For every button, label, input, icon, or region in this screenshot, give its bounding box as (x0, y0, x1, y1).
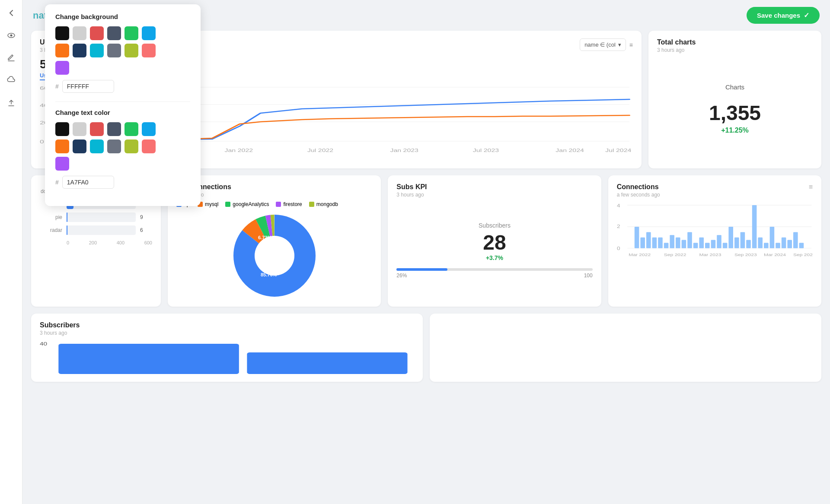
legend-label-firestore: firestore (283, 201, 302, 207)
signups-filter: name ∈ (col ▾ ≡ (580, 38, 633, 51)
svg-rect-34 (640, 238, 645, 248)
svg-rect-42 (687, 232, 692, 248)
svg-rect-58 (781, 238, 786, 248)
text-swatch-navy[interactable] (73, 139, 86, 153)
subscribers-chart: 40 (40, 339, 414, 374)
filter-dropdown[interactable]: name ∈ (col ▾ (580, 38, 626, 51)
bar-track-pie (67, 212, 136, 222)
svg-rect-38 (664, 243, 668, 248)
text-swatch-purple[interactable] (55, 157, 69, 171)
swatch-orange[interactable] (55, 44, 69, 57)
legend-label-mysql: mysql (205, 201, 218, 207)
svg-rect-51 (740, 232, 745, 248)
svg-rect-52 (746, 240, 751, 248)
svg-rect-43 (693, 243, 698, 248)
filter-lines-icon[interactable]: ≡ (629, 41, 633, 48)
text-swatch-slate[interactable] (107, 122, 121, 136)
swatch-gray-light[interactable] (73, 26, 86, 40)
bg-hex-input[interactable]: FFFFFF (62, 80, 114, 93)
sidebar-back-icon[interactable] (3, 5, 19, 21)
text-swatch-yellow-green[interactable] (124, 139, 138, 153)
svg-point-1 (10, 35, 12, 37)
svg-rect-55 (764, 243, 769, 248)
swatch-salmon[interactable] (142, 44, 156, 57)
save-changes-button[interactable]: Save changes ✓ (747, 7, 820, 24)
connections-title: Connections (617, 183, 660, 191)
chevron-down-icon: ▾ (618, 41, 621, 48)
bg-color-title: Change background (55, 13, 190, 20)
top-connections-title: Top connections (176, 183, 372, 191)
legend-mongodb: mongodb (309, 201, 338, 207)
text-swatch-cyan[interactable] (90, 139, 104, 153)
legend-dot-firestore (276, 202, 281, 207)
svg-rect-46 (711, 240, 715, 248)
swatch-blue[interactable] (142, 26, 156, 40)
legend-dot-ga (225, 202, 230, 207)
svg-text:Jan 2022: Jan 2022 (225, 148, 253, 153)
text-swatch-orange[interactable] (55, 139, 69, 153)
svg-text:2: 2 (617, 224, 620, 229)
legend-ga: googleAnalytics (225, 201, 269, 207)
subs-kpi-title: Subs KPI (396, 183, 592, 191)
connections-filter-button[interactable]: ≡ (809, 183, 813, 191)
swatch-cyan[interactable] (90, 44, 104, 57)
legend-mysql: mysql (198, 201, 218, 207)
svg-rect-69 (58, 344, 239, 374)
svg-rect-48 (722, 243, 727, 248)
text-swatch-green[interactable] (124, 122, 138, 136)
svg-rect-50 (734, 238, 739, 248)
svg-rect-35 (646, 232, 651, 248)
legend-label-ga: googleAnalytics (233, 201, 269, 207)
bar-label-radar: radar (40, 227, 62, 233)
swatch-navy[interactable] (73, 44, 86, 57)
svg-rect-59 (787, 240, 792, 248)
svg-text:85.76%: 85.76% (261, 272, 277, 277)
connections-chart: 4 2 0 (617, 201, 813, 275)
svg-text:Jan 2024: Jan 2024 (555, 148, 584, 153)
swatch-red[interactable] (90, 26, 104, 40)
text-swatch-salmon[interactable] (142, 139, 156, 153)
connections-header: Connections a few seconds ago ≡ (617, 183, 813, 198)
sidebar-edit-icon[interactable] (3, 50, 19, 66)
swatch-yellow-green[interactable] (124, 44, 138, 57)
connections-card: Connections a few seconds ago ≡ 4 2 0 (608, 175, 821, 307)
bar-track-radar (67, 225, 136, 235)
svg-rect-37 (658, 238, 663, 248)
legend-label-mongodb: mongodb (316, 201, 338, 207)
svg-rect-36 (652, 238, 657, 248)
sidebar-cloud-icon[interactable] (3, 73, 19, 88)
svg-rect-45 (705, 243, 710, 248)
svg-text:Mar 2024: Mar 2024 (764, 252, 786, 257)
text-swatch-red[interactable] (90, 122, 104, 136)
text-swatch-gray[interactable] (107, 139, 121, 153)
sidebar (0, 0, 22, 504)
swatch-slate[interactable] (107, 26, 121, 40)
text-swatch-gray-light[interactable] (73, 122, 86, 136)
legend-dot-mongodb (309, 202, 314, 207)
sidebar-eye-icon[interactable] (3, 28, 19, 43)
bar-item-pie: pie 9 (40, 212, 152, 222)
text-hex-input-row: # 1A7FA0 (55, 176, 190, 189)
progress-track (396, 268, 592, 271)
svg-rect-47 (717, 235, 721, 248)
total-charts-title: Total charts (657, 38, 813, 46)
svg-rect-56 (769, 227, 774, 248)
bg-hash: # (55, 83, 59, 90)
bar-item-radar: radar 6 (40, 225, 152, 235)
swatch-gray[interactable] (107, 44, 121, 57)
color-picker-popup: Change background # FFFFFF Change text c… (45, 4, 201, 206)
text-swatch-black[interactable] (55, 122, 69, 136)
filter-label: name ∈ (col (584, 41, 616, 48)
swatch-black[interactable] (55, 26, 69, 40)
svg-text:Jan 2023: Jan 2023 (390, 148, 418, 153)
swatch-green[interactable] (124, 26, 138, 40)
svg-text:Sep 2024: Sep 2024 (793, 252, 813, 257)
text-swatch-blue[interactable] (142, 122, 156, 136)
svg-rect-44 (699, 238, 704, 248)
svg-rect-53 (752, 205, 757, 248)
swatch-purple[interactable] (55, 61, 69, 75)
svg-rect-49 (728, 227, 733, 248)
subs-progress: 26% 100 (396, 268, 592, 279)
sidebar-upload-icon[interactable] (3, 95, 19, 111)
text-hex-input[interactable]: 1A7FA0 (62, 176, 114, 189)
